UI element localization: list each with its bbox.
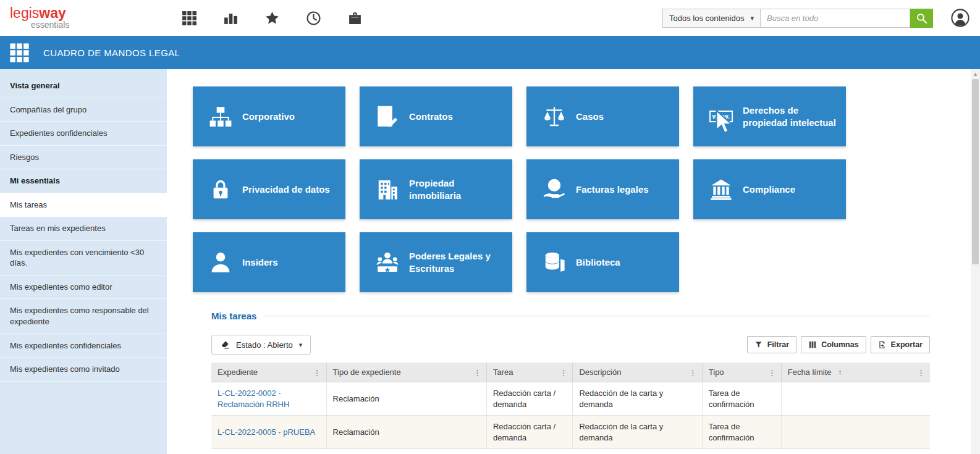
tile-derechos-propiedad-intelectual[interactable]: www. Derechos de propiedad intelectual <box>693 86 846 146</box>
columns-button[interactable]: Columnas <box>801 336 866 353</box>
tile-label: Derechos de propiedad intelectual <box>743 104 840 128</box>
column-header-tipo-de-expediente[interactable]: Tipo de expediente ⋮ <box>326 363 486 382</box>
table-row: L-CL-2022-0002 - Reclamación RRHH Reclam… <box>211 382 930 416</box>
cell-descripcion: Redacción de la carta y demanda <box>573 382 702 416</box>
sidebar-item-label: Compañías del grupo <box>10 105 87 114</box>
sort-ascending-icon[interactable]: ↑ <box>838 368 842 377</box>
tile-insiders[interactable]: Insiders <box>193 232 345 292</box>
dashboard-grid-icon <box>9 43 30 63</box>
expediente-link[interactable]: L-CL-2022-0002 - Reclamación RRHH <box>218 389 289 409</box>
contract-icon <box>376 105 399 128</box>
svg-text:$: $ <box>552 180 557 190</box>
tile-biblioteca[interactable]: Biblioteca <box>526 232 679 292</box>
org-chart-icon <box>209 105 232 128</box>
tile-compliance[interactable]: Compliance <box>693 159 846 219</box>
column-menu-icon[interactable]: ⋮ <box>768 368 776 377</box>
columns-icon <box>808 340 817 349</box>
column-label: Tipo <box>709 368 724 377</box>
sidebar-item-mi-essentials[interactable]: Mi essentials <box>0 169 167 193</box>
column-header-tarea[interactable]: Tarea ⋮ <box>486 363 573 382</box>
user-avatar-icon[interactable] <box>950 8 970 28</box>
sidebar-item-expedientes-confidenciales-mios[interactable]: Mis expedientes confidenciales <box>0 334 167 358</box>
export-icon <box>878 340 887 349</box>
sidebar-item-expedientes-como-editor[interactable]: Mis expedientes como editor <box>0 275 167 300</box>
expediente-link[interactable]: L-CL-2022-0005 - pRUEBA <box>218 427 315 437</box>
columns-button-label: Columnas <box>821 340 858 349</box>
status-filter-chip[interactable]: Estado : Abierto ▾ <box>211 335 311 355</box>
sidebar-item-label: Mis expedientes como editor <box>10 282 112 292</box>
tile-casos[interactable]: Casos <box>526 86 679 146</box>
column-label: Expediente <box>218 368 258 377</box>
tile-label: Casos <box>576 111 606 123</box>
brand-name: legisway <box>10 6 166 20</box>
tile-facturas-legales[interactable]: $ Facturas legales <box>526 159 679 219</box>
cell-expediente: L-CL-2022-0005 - pRUEBA <box>211 416 326 449</box>
column-header-tipo[interactable]: Tipo ⋮ <box>702 363 781 382</box>
sidebar-item-companias-del-grupo[interactable]: Compañías del grupo <box>0 98 167 122</box>
column-label: Descripción <box>579 368 621 377</box>
tile-contratos[interactable]: Contratos <box>360 86 512 146</box>
cell-tarea: Redacción carta / demanda <box>486 382 573 416</box>
scroll-up-icon[interactable]: ▲ <box>973 69 978 79</box>
table-header-row: Expediente ⋮ Tipo de expediente ⋮ Tarea … <box>211 363 930 382</box>
sidebar-item-tareas-en-mis-expedientes[interactable]: Tareas en mis expedientes <box>0 217 167 241</box>
column-menu-icon[interactable]: ⋮ <box>313 368 321 377</box>
tasks-section-header: Mis tareas <box>211 311 930 321</box>
sidebar-item-label: Mi essentials <box>10 176 60 185</box>
sidebar-item-mis-tareas[interactable]: Mis tareas <box>0 193 167 217</box>
main-panel: Corporativo Contratos Casos www. D <box>167 69 980 454</box>
topbar-search-area: Todos los contenidos ▾ <box>662 8 980 28</box>
cell-descripcion: Redacción de la carta y demanda <box>573 416 702 449</box>
lock-icon <box>209 178 232 201</box>
column-menu-icon[interactable]: ⋮ <box>559 368 567 377</box>
eraser-icon <box>220 340 230 350</box>
star-icon[interactable] <box>264 11 280 26</box>
tile-label: Privacidad de datos <box>242 183 332 196</box>
scrollbar-thumb[interactable] <box>972 79 979 264</box>
briefcase-icon[interactable] <box>347 11 363 26</box>
tile-label: Corporativo <box>242 111 297 123</box>
cell-tipo: Tarea de confirmación <box>702 416 781 449</box>
vertical-scrollbar[interactable]: ▲ <box>971 69 980 454</box>
bar-chart-icon[interactable] <box>223 11 239 26</box>
tile-propiedad-inmobiliaria[interactable]: Propiedad inmobiliaria <box>360 159 512 219</box>
brand-name-light: legis <box>10 5 39 21</box>
apps-grid-icon[interactable] <box>182 11 197 26</box>
column-menu-icon[interactable]: ⋮ <box>473 368 481 377</box>
sidebar-item-label: Riesgos <box>10 153 39 162</box>
column-header-expediente[interactable]: Expediente ⋮ <box>211 363 326 382</box>
search-button[interactable] <box>910 9 933 28</box>
search-input[interactable] <box>761 9 910 28</box>
export-button-label: Exportar <box>891 340 923 349</box>
tile-label: Propiedad inmobiliaria <box>409 177 506 201</box>
tile-label: Compliance <box>743 183 798 196</box>
table-row: L-CL-2022-0005 - pRUEBA Reclamación Reda… <box>211 416 930 449</box>
sidebar-item-riesgos[interactable]: Riesgos <box>0 146 167 170</box>
sidebar-item-expedientes-como-invitado[interactable]: Mis expedientes como invitado <box>0 358 167 382</box>
sidebar-item-expedientes-confidenciales[interactable]: Expedientes confidenciales <box>0 122 167 146</box>
column-header-fecha-limite[interactable]: Fecha límite ↑ ⋮ <box>781 363 930 382</box>
tile-corporativo[interactable]: Corporativo <box>193 86 345 146</box>
sidebar-item-expedientes-como-responsable[interactable]: Mis expedientes como responsable del exp… <box>0 299 167 334</box>
column-menu-icon[interactable]: ⋮ <box>689 368 697 377</box>
clock-icon[interactable] <box>306 11 321 26</box>
sidebar-item-vista-general[interactable]: Vista general <box>0 74 167 98</box>
export-button[interactable]: Exportar <box>871 336 930 353</box>
column-label: Tarea <box>493 368 513 377</box>
brand-name-bold: way <box>39 5 65 21</box>
cell-expediente: L-CL-2022-0002 - Reclamación RRHH <box>211 382 326 416</box>
brand-logo[interactable]: legisway essentials <box>0 6 166 30</box>
sidebar-item-expedientes-vencimiento-30-dias[interactable]: Mis expedientes con vencimiento <30 días… <box>0 241 167 275</box>
section-divider <box>265 316 930 316</box>
tile-poderes-legales-y-escrituras[interactable]: Poderes Legales y Escrituras <box>360 232 512 292</box>
status-filter-label: Estado : Abierto <box>236 340 293 350</box>
column-menu-icon[interactable]: ⋮ <box>917 368 925 377</box>
topbar: legisway essentials Todos los contenidos… <box>0 0 980 36</box>
column-header-descripcion[interactable]: Descripción ⋮ <box>573 363 702 382</box>
tile-privacidad-de-datos[interactable]: Privacidad de datos <box>193 159 345 219</box>
search-scope-dropdown[interactable]: Todos los contenidos ▾ <box>662 9 761 28</box>
tasks-controls: Estado : Abierto ▾ Filtrar Column <box>211 335 930 355</box>
column-label: Fecha límite <box>788 368 832 377</box>
filter-button[interactable]: Filtrar <box>747 336 796 353</box>
www-cursor-icon: www. <box>709 105 733 128</box>
